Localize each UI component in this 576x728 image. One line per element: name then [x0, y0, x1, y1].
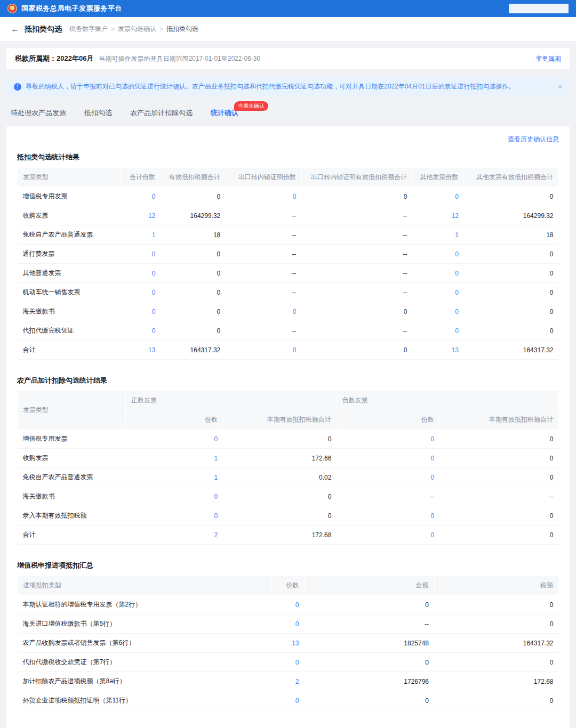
- app-header: 国家税务总局电子发票服务平台: [0, 0, 576, 17]
- count-link[interactable]: 0: [412, 283, 463, 302]
- count-link[interactable]: 0: [272, 614, 305, 634]
- view-history-link[interactable]: 查看历史确认信息: [508, 135, 559, 143]
- count-link[interactable]: 0: [226, 187, 301, 206]
- value-cell: 0: [434, 595, 558, 614]
- count-link[interactable]: 0: [272, 691, 305, 710]
- unconfirmed-badge: 当期未确认: [234, 101, 268, 111]
- count-link[interactable]: 0: [120, 283, 161, 302]
- count-link[interactable]: 0: [120, 264, 161, 283]
- count-link[interactable]: 13: [412, 341, 463, 360]
- tab-active[interactable]: 统计确认当期未确认: [211, 106, 238, 120]
- count-link[interactable]: 0: [226, 302, 301, 321]
- column-header: 金额: [304, 576, 434, 595]
- count-link[interactable]: 1: [120, 225, 161, 245]
- breadcrumb-separator: >: [159, 26, 163, 33]
- count-link[interactable]: 0: [272, 595, 305, 614]
- count-link[interactable]: 0: [337, 468, 439, 487]
- count-link[interactable]: 0: [412, 321, 463, 341]
- column-header: 有效抵扣税额合计: [161, 168, 226, 187]
- column-header: 份数: [272, 576, 305, 595]
- value-cell: 164299.32: [464, 206, 559, 225]
- count-link[interactable]: 0: [226, 341, 301, 360]
- count-link[interactable]: 2: [272, 672, 305, 691]
- value-cell: --: [301, 245, 412, 264]
- count-link[interactable]: 2: [126, 525, 223, 545]
- count-link[interactable]: 0: [412, 187, 463, 206]
- count-link[interactable]: 0: [337, 525, 439, 545]
- row-label: 其他普通发票: [18, 264, 121, 283]
- value-cell: 164299.32: [161, 206, 226, 225]
- count-link[interactable]: 0: [120, 302, 161, 321]
- count-link[interactable]: 0: [120, 187, 161, 206]
- count-link[interactable]: 0: [337, 449, 439, 468]
- row-label: 本期认证相符的增值税专用发票（第2行）: [18, 595, 272, 614]
- count-link[interactable]: 13: [272, 634, 305, 653]
- count-link[interactable]: 0: [337, 430, 439, 449]
- count-link[interactable]: 0: [272, 653, 305, 672]
- value-cell: 0: [304, 691, 434, 710]
- row-label: 收购发票: [18, 206, 121, 225]
- count-link[interactable]: 0: [120, 321, 161, 341]
- row-label: 免税自产农产品普通发票: [18, 468, 126, 487]
- value-cell: 164317.32: [434, 634, 558, 653]
- count-link[interactable]: 0: [412, 245, 463, 264]
- table-row: 通行费发票00----00: [18, 245, 559, 264]
- page-title: 抵扣类勾选: [25, 25, 62, 34]
- count-link[interactable]: 0: [337, 506, 439, 525]
- count-link[interactable]: 13: [120, 341, 161, 360]
- count-link[interactable]: 0: [412, 302, 463, 321]
- row-label: 代扣代缴税收交款凭证（第7行）: [18, 653, 272, 672]
- value-cell: 0: [161, 302, 226, 321]
- value-cell: --: [301, 264, 412, 283]
- breadcrumb-item[interactable]: 发票勾选确认: [118, 25, 156, 34]
- value-cell: 0: [301, 302, 412, 321]
- count-link[interactable]: 0: [126, 506, 223, 525]
- value-cell: 0: [301, 341, 412, 360]
- back-arrow-icon[interactable]: ←: [11, 25, 19, 34]
- value-cell: --: [226, 206, 301, 225]
- section2-title: 农产品加计扣除勾选统计结果: [17, 376, 559, 385]
- table-row: 合计2172.6800: [18, 525, 559, 545]
- count-link[interactable]: 0: [126, 487, 223, 506]
- table-row: 其他普通发票00----00: [18, 264, 559, 283]
- count-link[interactable]: 1: [412, 225, 463, 245]
- count-link[interactable]: 12: [412, 206, 463, 225]
- column-header-amount: 本期有效抵扣税额合计: [223, 410, 337, 430]
- breadcrumb-item: 抵扣类勾选: [166, 25, 198, 34]
- column-header: 其他发票有效抵扣税额合计: [464, 168, 559, 187]
- column-header: 税额: [434, 576, 558, 595]
- breadcrumb-item[interactable]: 税务数字账户: [69, 25, 108, 34]
- count-link[interactable]: 1: [126, 468, 223, 487]
- count-link[interactable]: 0: [126, 430, 223, 449]
- column-header: 合计份数: [120, 168, 161, 187]
- row-label: 收购发票: [18, 449, 126, 468]
- value-cell: 0: [161, 264, 226, 283]
- tab-item[interactable]: 农产品加计扣除勾选: [130, 106, 193, 120]
- row-label: 海关进口增值税缴款书（第5行）: [18, 614, 272, 634]
- count-link[interactable]: 1: [126, 449, 223, 468]
- value-cell: --: [226, 264, 301, 283]
- close-icon[interactable]: ×: [551, 83, 562, 91]
- history-row: 查看历史确认信息: [17, 134, 559, 144]
- tab-item[interactable]: 抵扣勾选: [84, 106, 112, 120]
- table-row: 收购发票12164299.32----12164299.32: [18, 206, 559, 225]
- count-link[interactable]: 0: [412, 264, 463, 283]
- count-link[interactable]: 0: [120, 245, 161, 264]
- section3-title: 增值税申报进项抵扣汇总: [17, 561, 559, 570]
- notice-bar: ! 尊敬的纳税人，请于申报前对已勾选的凭证进行统计确认。农产品业务抵扣勾选和代扣…: [6, 78, 570, 95]
- app-title: 国家税务总局电子发票服务平台: [21, 4, 122, 13]
- value-cell: 0: [439, 430, 558, 449]
- period-hint: 当期可操作发票的开具日期范围2017-01-01至2022-06-30: [99, 54, 260, 63]
- user-info-redacted[interactable]: [509, 4, 569, 13]
- table-row: 增值税专用发票000000: [18, 187, 559, 206]
- value-cell: 0: [161, 283, 226, 302]
- value-cell: --: [301, 321, 412, 341]
- tab-label: 抵扣勾选: [84, 109, 112, 117]
- change-period-link[interactable]: 变更属期: [535, 54, 561, 63]
- column-group-positive: 正数发票: [126, 391, 337, 410]
- column-header: 进项抵扣类型: [18, 576, 272, 595]
- tab-item[interactable]: 待处理农产品发票: [11, 106, 66, 120]
- row-label: 合计: [18, 341, 121, 360]
- row-label: 加计扣除农产品进项税额（第8a行）: [18, 672, 272, 691]
- count-link[interactable]: 12: [120, 206, 161, 225]
